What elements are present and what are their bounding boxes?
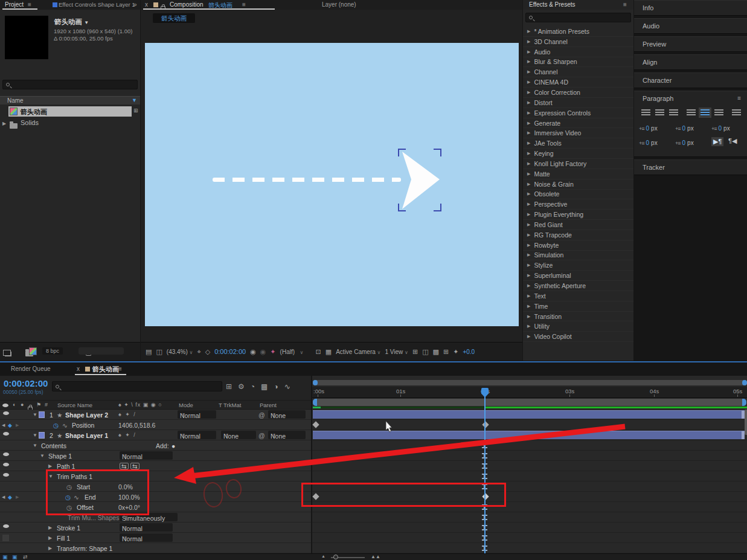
hide-shy-layers-icon[interactable]: ◔ <box>251 382 255 391</box>
collapsed-panel[interactable]: Character <box>634 72 747 88</box>
keyframe-diamond[interactable] <box>482 421 489 428</box>
arrow-shape[interactable] <box>401 150 441 210</box>
toggle-expand-icon[interactable]: ▣ <box>12 554 18 560</box>
effects-category-item[interactable]: ▶ Stylize <box>523 260 633 271</box>
effects-category-item[interactable]: ▶ Noise & Grain <box>523 179 633 190</box>
tracker-panel[interactable]: Tracker <box>634 159 747 175</box>
effects-search-input[interactable] <box>525 13 631 22</box>
effects-category-item[interactable]: ▶ Color Correction <box>523 88 633 98</box>
space-after-field[interactable]: +≡0px <box>675 140 694 146</box>
indent-left-value[interactable]: 0 <box>646 125 650 132</box>
twirl-closed-icon[interactable]: ▶ <box>527 222 530 227</box>
property-row-path-1[interactable]: ▶ Path 1 ⇆ ⇆ <box>0 461 311 471</box>
effects-category-item[interactable]: ▶ Superluminal <box>523 271 633 281</box>
snapshot-icon[interactable]: ◉ <box>250 348 256 356</box>
main-monitor-icon[interactable]: ◫ <box>156 348 162 356</box>
sort-direction-icon[interactable]: ▼ <box>132 97 137 103</box>
effects-category-item[interactable]: ▶ Perspective <box>523 199 633 210</box>
effects-category-item[interactable]: ▶ 3D Channel <box>523 37 633 47</box>
first-line-indent-value[interactable]: 0 <box>719 125 722 132</box>
text-direction-rtl-icon[interactable]: ¶◀ <box>728 137 737 145</box>
stopwatch-icon[interactable]: ◷ <box>66 483 72 491</box>
twirl-closed-icon[interactable]: ▶ <box>527 80 530 85</box>
time-ruler[interactable]: :00s01s02s03s04s05s <box>312 387 747 398</box>
stopwatch-icon[interactable]: ◷ <box>65 494 71 501</box>
effects-category-item[interactable]: ▶ Rowbyte <box>523 240 633 251</box>
selection-corner-br[interactable] <box>434 204 441 211</box>
twirl-closed-icon[interactable]: ▶ <box>527 121 530 126</box>
twirl-closed-icon[interactable]: ▶ <box>48 463 52 469</box>
effects-category-item[interactable]: ▶ Blur & Sharpen <box>523 57 633 68</box>
keyframe-diamond[interactable] <box>482 493 489 500</box>
track-row-fill-1[interactable] <box>312 533 747 543</box>
track-row-position-keyframes[interactable] <box>312 420 747 430</box>
twirl-closed-icon[interactable]: ▶ <box>527 59 530 64</box>
layer-switches-icons[interactable]: ♠ ✦ / <box>118 432 136 438</box>
layer-duration-bar[interactable] <box>313 410 745 419</box>
align-center-icon[interactable] <box>655 109 664 116</box>
twirl-closed-icon[interactable]: ▶ <box>2 121 6 126</box>
track-row-shape-layer-1[interactable] <box>312 430 747 440</box>
project-search-input[interactable] <box>2 80 138 89</box>
effects-category-item[interactable]: ▶ Matte <box>523 169 633 179</box>
selection-corner-tr[interactable] <box>434 149 441 156</box>
collapsed-panel-title[interactable]: Align <box>634 55 747 69</box>
parent-dropdown[interactable]: None∨ <box>268 410 306 419</box>
keyframe-toggle-icon[interactable]: ◆ <box>8 422 12 428</box>
justify-all-icon[interactable] <box>732 109 741 116</box>
work-area-end-handle[interactable] <box>742 399 746 406</box>
eye-icon[interactable] <box>3 473 9 477</box>
scrollbar-right-cap[interactable] <box>742 380 747 385</box>
twirl-closed-icon[interactable]: ▶ <box>527 253 530 257</box>
keyframe-prev-icon[interactable]: ◀ <box>2 495 5 500</box>
group-name[interactable]: Trim Paths 1 <box>57 473 92 480</box>
effects-category-item[interactable]: ▶ Video Copilot <box>523 332 633 342</box>
parent-column[interactable]: Parent <box>260 402 277 408</box>
layer-name[interactable]: Shape Layer 1 <box>65 432 108 439</box>
property-row-trim-multiple-shapes[interactable]: Trim Mu... Shapes Simultaneously∨ <box>0 512 311 523</box>
timeline-zoom-in-icon[interactable]: ▲▲ <box>371 554 380 559</box>
layer-row-shape-layer-1[interactable]: ▼ 2 ★ Shape Layer 1 ♠ ✦ / Normal∨ None∨ … <box>0 430 311 440</box>
collapsed-panel[interactable]: Audio <box>634 18 747 34</box>
group-row-trim-paths-1[interactable]: ▼ Trim Paths 1 <box>0 471 311 481</box>
close-tab-icon[interactable]: x <box>77 365 80 372</box>
collapsed-panel[interactable]: Info <box>634 0 747 16</box>
track-row-offset[interactable] <box>312 502 747 512</box>
tab-overflow-icon[interactable]: » <box>133 1 137 8</box>
toggle-switches-modes-icon[interactable]: ⇄ <box>23 554 28 560</box>
adjust-exposure-icon[interactable]: ✦ <box>453 348 458 356</box>
track-row-transform[interactable] <box>312 543 747 553</box>
twirl-closed-icon[interactable]: ▶ <box>527 151 530 156</box>
composition-canvas[interactable] <box>145 43 519 326</box>
twirl-closed-icon[interactable]: ▶ <box>527 69 530 74</box>
stopwatch-icon[interactable]: ◷ <box>53 422 59 429</box>
view-layout-dropdown[interactable]: 1 View ∨ <box>385 349 408 355</box>
keyframe-next-icon[interactable]: ▶ <box>16 495 19 500</box>
eye-icon[interactable] <box>3 411 9 415</box>
blend-mode-dropdown[interactable]: Normal∨ <box>178 410 216 419</box>
twirl-open-icon[interactable]: ▼ <box>33 443 37 448</box>
label-color-swatch[interactable] <box>39 411 45 418</box>
collapsed-panel[interactable]: Align <box>634 54 747 70</box>
effects-category-item[interactable]: ▶ Channel <box>523 67 633 77</box>
work-area-start-handle[interactable] <box>313 399 317 406</box>
panel-menu-icon[interactable]: ≡ <box>623 1 627 8</box>
twirl-closed-icon[interactable]: ▶ <box>527 90 530 95</box>
effects-category-item[interactable]: ▶ Utility <box>523 321 633 332</box>
twirl-closed-icon[interactable]: ▶ <box>527 39 530 44</box>
track-row-trim-multiple[interactable] <box>312 512 747 523</box>
paragraph-panel-title[interactable]: Paragraph <box>634 91 747 106</box>
timeline-search-input[interactable] <box>52 381 222 391</box>
effects-category-item[interactable]: ▶ CINEMA 4D <box>523 77 633 88</box>
twirl-closed-icon[interactable]: ▶ <box>527 182 530 187</box>
twirl-closed-icon[interactable]: ▶ <box>527 233 530 237</box>
interpret-footage-icon[interactable] <box>5 352 11 356</box>
twirl-closed-icon[interactable]: ▶ <box>527 161 530 166</box>
track-row-shape-layer-2[interactable] <box>312 410 747 420</box>
start-value[interactable]: 0.0% <box>118 483 133 491</box>
eye-icon[interactable] <box>3 432 9 436</box>
collapsed-panel-title[interactable]: Preview <box>634 37 747 51</box>
keyframe-diamond[interactable] <box>312 493 319 500</box>
effects-category-item[interactable]: ▶ Expression Controls <box>523 108 633 118</box>
effects-category-item[interactable]: ▶ Red Giant <box>523 220 633 230</box>
